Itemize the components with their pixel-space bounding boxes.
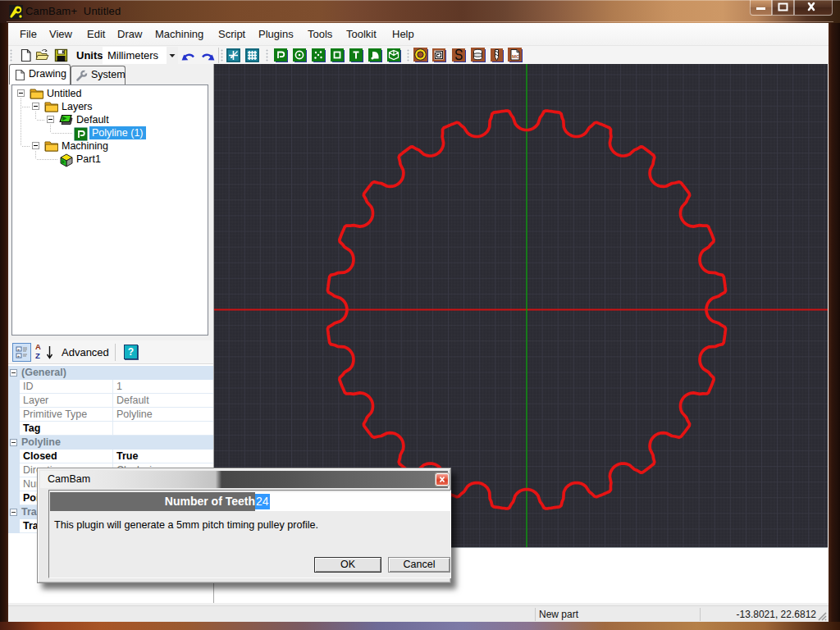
svg-text:+: +: [17, 354, 20, 358]
svg-text:+: +: [17, 347, 20, 352]
svg-text:MC: MC: [512, 54, 520, 59]
